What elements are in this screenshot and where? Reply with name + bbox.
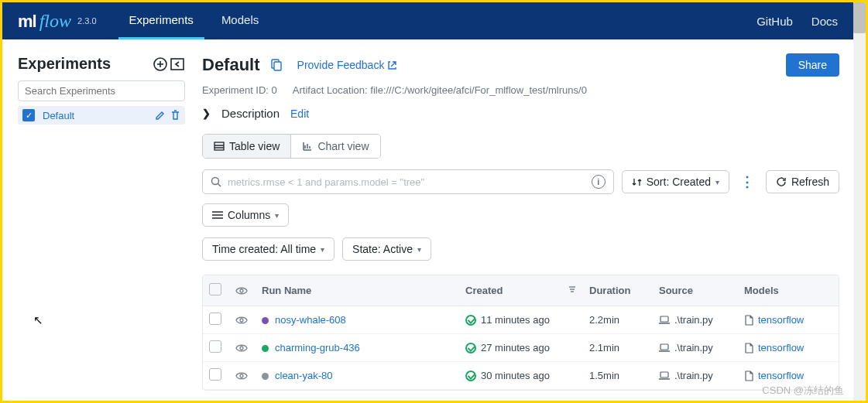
visibility-header-icon[interactable]	[235, 286, 249, 295]
model-link[interactable]: tensorflow	[744, 342, 832, 353]
svg-rect-5	[274, 62, 281, 70]
svg-rect-19	[660, 344, 668, 350]
status-success-icon	[465, 315, 476, 326]
status-dot-icon	[262, 317, 269, 324]
svg-point-15	[240, 319, 243, 322]
file-icon	[744, 315, 753, 326]
experiment-id-label: Experiment ID: 0	[202, 84, 277, 96]
nav-tab-models[interactable]: Models	[211, 2, 269, 39]
created-text: 27 minutes ago	[481, 342, 550, 353]
table-row[interactable]: clean-yak-80 30 minutes ago 1.5min .\tra…	[203, 362, 839, 390]
sidebar-title: Experiments	[18, 55, 111, 73]
created-text: 30 minutes ago	[481, 370, 550, 381]
delete-experiment-icon[interactable]	[170, 110, 180, 121]
add-experiment-icon[interactable]	[153, 56, 168, 72]
sort-button[interactable]: Sort: Created ▾	[622, 170, 729, 193]
table-row[interactable]: charming-grub-436 27 minutes ago 2.1min …	[203, 334, 839, 362]
table-view-label: Table view	[229, 140, 280, 152]
visibility-icon[interactable]	[235, 343, 249, 353]
run-name-link[interactable]: nosy-whale-608	[275, 314, 346, 326]
description-toggle-icon[interactable]: ❯	[202, 108, 211, 119]
svg-rect-22	[660, 372, 668, 377]
link-docs[interactable]: Docs	[811, 15, 838, 28]
main-panel: Default Provide Feedback Share Experimen…	[196, 39, 853, 401]
time-filter-button[interactable]: Time created: All time ▾	[202, 237, 335, 261]
app-header: mlflow 2.3.0 Experiments Models GitHub D…	[2, 2, 853, 39]
experiments-sidebar: Experiments ✓ Default	[2, 39, 196, 401]
nav-tab-experiments[interactable]: Experiments	[118, 2, 204, 39]
model-link[interactable]: tensorflow	[744, 314, 832, 326]
duration-text: 2.1min	[583, 334, 653, 362]
svg-point-9	[212, 178, 219, 185]
svg-point-21	[240, 374, 243, 377]
copy-icon[interactable]	[269, 59, 282, 71]
chevron-down-icon: ▾	[275, 211, 279, 220]
edit-experiment-icon[interactable]	[155, 110, 166, 121]
state-filter-button[interactable]: State: Active ▾	[342, 237, 431, 261]
chart-icon	[302, 141, 313, 152]
laptop-icon	[659, 371, 670, 381]
duration-text: 2.2min	[583, 306, 653, 334]
chart-view-button[interactable]: Chart view	[290, 135, 379, 158]
columns-icon	[212, 210, 223, 220]
source-text: .\train.py	[674, 342, 713, 353]
sidebar-item-label[interactable]: Default	[43, 110, 147, 121]
col-models[interactable]: Models	[738, 275, 839, 306]
col-created-label: Created	[465, 285, 503, 296]
columns-button[interactable]: Columns ▾	[202, 203, 289, 227]
logo-flow: flow	[39, 11, 71, 32]
search-runs-input[interactable]: metrics.rmse < 1 and params.model = "tre…	[202, 169, 614, 194]
overflow-menu-icon[interactable]: ⋮	[737, 173, 758, 190]
row-checkbox[interactable]	[209, 340, 221, 353]
provide-feedback-label: Provide Feedback	[297, 59, 385, 71]
col-run-name[interactable]: Run Name	[256, 275, 459, 306]
run-name-link[interactable]: charming-grub-436	[275, 342, 360, 353]
model-link[interactable]: tensorflow	[744, 370, 832, 381]
visibility-icon[interactable]	[235, 371, 249, 381]
nav-tab-models-label: Models	[221, 13, 259, 26]
page-title: Default	[202, 55, 260, 75]
share-button[interactable]: Share	[786, 53, 839, 77]
state-filter-label: State: Active	[352, 243, 413, 255]
col-source[interactable]: Source	[653, 275, 738, 306]
refresh-label: Refresh	[791, 176, 829, 188]
model-text: tensorflow	[758, 370, 804, 381]
sort-label: Sort: Created	[647, 176, 711, 188]
refresh-button[interactable]: Refresh	[766, 170, 839, 193]
col-created[interactable]: Created	[459, 275, 583, 306]
status-success-icon	[465, 371, 476, 381]
visibility-icon[interactable]	[235, 316, 249, 325]
row-checkbox[interactable]	[209, 312, 221, 325]
nav-tab-experiments-label: Experiments	[129, 13, 194, 26]
link-github[interactable]: GitHub	[756, 15, 793, 28]
table-view-button[interactable]: Table view	[203, 135, 290, 158]
collapse-sidebar-icon[interactable]	[170, 56, 185, 72]
status-dot-icon	[262, 373, 269, 380]
provide-feedback-link[interactable]: Provide Feedback	[297, 59, 398, 71]
artifact-location-label: Artifact Location: file:///C:/work/gitee…	[293, 84, 587, 96]
svg-rect-6	[214, 142, 224, 150]
sort-desc-icon[interactable]	[568, 285, 577, 294]
table-row[interactable]: nosy-whale-608 11 minutes ago 2.2min .\t…	[203, 306, 839, 334]
columns-label: Columns	[228, 209, 270, 221]
description-label: Description	[221, 107, 280, 120]
svg-rect-3	[171, 59, 184, 70]
source-text: .\train.py	[674, 314, 713, 326]
model-text: tensorflow	[758, 314, 804, 326]
select-all-checkbox[interactable]	[209, 283, 221, 295]
run-name-link[interactable]: clean-yak-80	[275, 370, 332, 381]
row-checkbox[interactable]	[209, 368, 221, 381]
edit-description-link[interactable]: Edit	[290, 108, 309, 120]
search-help-icon[interactable]: i	[592, 175, 606, 189]
browser-scrollbar[interactable]	[853, 2, 866, 401]
file-icon	[744, 343, 753, 353]
runs-table: Run Name Created Duration Source Models …	[202, 275, 839, 391]
col-duration[interactable]: Duration	[583, 275, 653, 306]
sidebar-item-default[interactable]: ✓ Default	[18, 106, 185, 125]
search-experiments-input[interactable]	[18, 80, 185, 101]
svg-point-18	[240, 347, 243, 350]
file-icon	[744, 371, 753, 381]
chevron-down-icon: ▾	[417, 245, 421, 254]
view-toggle: Table view Chart view	[202, 134, 381, 159]
checkbox-checked-icon[interactable]: ✓	[22, 109, 35, 121]
